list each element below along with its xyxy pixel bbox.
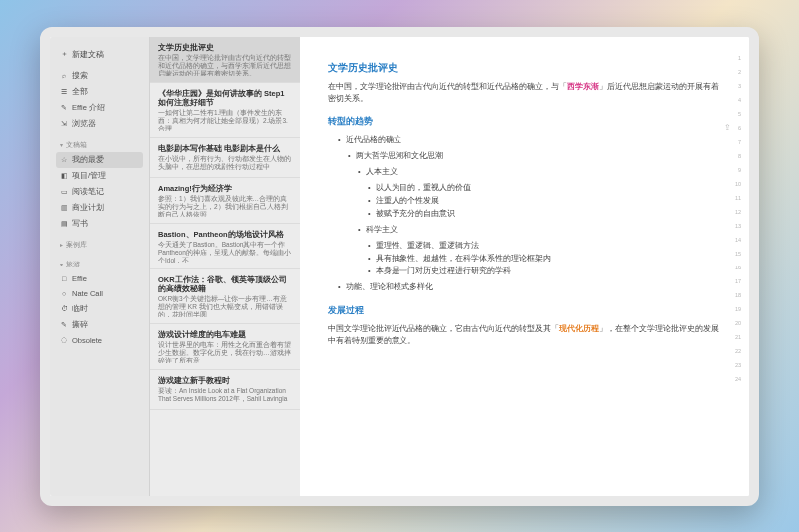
note-card[interactable]: 文学历史批评史 在中国，文学理论批评由古代向近代的转型和近代品格的确立，与西学东…: [150, 37, 300, 83]
sidebar-item-label: Obsolete: [72, 336, 102, 345]
ruler-tick: 15: [731, 251, 741, 265]
chevron-down-icon: ▾: [60, 261, 63, 267]
note-card[interactable]: Bastion、Pantheon的场地设计风格 今天通关了Bastion。Bas…: [150, 224, 300, 269]
sidebar-item-label: 临时: [72, 304, 88, 314]
circle-icon: ○: [60, 289, 68, 297]
sidebar-group-docs[interactable]: ▾ 文稿箱: [56, 138, 143, 152]
ruler-tick: 3: [731, 83, 741, 97]
note-card[interactable]: 游戏建立新手教程时 要读：An Inside Look at a Flat Or…: [150, 370, 300, 410]
share-icon[interactable]: ⇪: [724, 123, 731, 132]
sidebar-item-label: 我的最爱: [72, 155, 104, 165]
list-item: 近代品格的确立: [338, 134, 721, 147]
ruler-tick: 9: [731, 167, 741, 181]
paragraph: 中国文学理论批评近代品格的确立，它由古代向近代的转型及其「现代化历程」，在整个文…: [328, 323, 721, 347]
ruler-tick: 20: [731, 320, 741, 334]
ruler-tick: 7: [731, 139, 741, 153]
pencil-icon: ✎: [60, 104, 68, 112]
doc-icon: ▤: [60, 220, 68, 228]
sidebar-item-intro[interactable]: ✎ Effie 介绍: [56, 100, 143, 116]
sidebar-item-label: 全部: [72, 87, 88, 97]
sidebar-group-label: 文稿箱: [66, 140, 87, 150]
note-preview: 设计世界里的电车：用性之化而重合着有望少生数据。数字化历史，我在行动…游戏摔碎许…: [158, 341, 292, 363]
grid-icon: ▥: [60, 204, 68, 212]
ruler-tick: 23: [731, 362, 741, 376]
sidebar-group-travel[interactable]: ▾ 旅游: [56, 258, 143, 271]
list-item: 重理性、重逻辑、重逻辑方法: [368, 240, 721, 253]
note-preview: 在中国，文学理论批评由古代向近代的转型和近代品格的确立，与西学东渐后近代思想启蒙…: [158, 54, 292, 76]
ruler-tick: 14: [731, 237, 741, 251]
chevron-down-icon: ▾: [60, 141, 63, 148]
note-card[interactable]: 《华华庄园》是如何讲故事的 Step1 如何注意好细节 一如何让第二性有1.理由…: [150, 83, 300, 138]
note-card[interactable]: Amazing!行为经济学 参照：1）我们喜欢观及彼此来…合理的真实的行为与之上…: [150, 178, 300, 224]
ruler-tick: 18: [731, 292, 741, 306]
sidebar-item-obsolete[interactable]: ◌ Obsolete: [56, 333, 143, 348]
doc-heading-1: 文学历史批评史: [328, 61, 721, 75]
ruler-tick: 24: [731, 376, 741, 390]
note-preview: 在小说中，所有行为、行动都发生在人物的头脑中，在思想的戏剧性行动过程中: [158, 155, 292, 171]
list-item: 具有抽象性、超越性，在科学体系性的理论框架内: [368, 253, 721, 266]
sidebar-item-projects[interactable]: ◧ 项目/管理: [56, 168, 143, 184]
new-document-button[interactable]: ＋ 新建文稿: [56, 45, 143, 64]
square-icon: □: [60, 274, 68, 282]
paragraph: 在中国，文学理论批评由古代向近代的转型和近代品格的确立，与「西学东渐」后近代思想…: [328, 81, 721, 105]
sidebar-item-writing[interactable]: ▤ 写书: [56, 216, 143, 232]
note-card[interactable]: 游戏设计维度的电车难题 设计世界里的电车：用性之化而重合着有望少生数据。数字化历…: [150, 324, 300, 370]
ruler-tick: 13: [731, 223, 741, 237]
sidebar-item-search[interactable]: ⌕ 搜索: [56, 68, 143, 84]
sidebar-item-all[interactable]: ☰ 全部: [56, 84, 143, 100]
sidebar-item-effie[interactable]: □ Effie: [56, 271, 143, 286]
sidebar-item-favorites[interactable]: ☆ 我的最爱: [56, 152, 143, 168]
list-item: 人本主义: [358, 166, 721, 179]
sidebar-item-reading[interactable]: ▭ 阅读笔记: [56, 184, 143, 200]
sidebar-group-cases[interactable]: ▸ 案例库: [56, 238, 143, 252]
highlight-link[interactable]: 西学东渐: [567, 82, 599, 91]
note-card[interactable]: OKR工作法：谷歌、领英等顶级公司的高绩效秘籍 OKR衡3个关键指标—让你一步有…: [150, 269, 300, 324]
list-item: 功能、理论和模式多样化: [338, 281, 721, 294]
note-title: 《华华庄园》是如何讲故事的 Step1 如何注意好细节: [158, 89, 292, 107]
note-title: Amazing!行为经济学: [158, 184, 292, 193]
sidebar-item-label: Effie: [72, 274, 87, 283]
note-preview: 一如何让第二性有1.理由（事件发生的东西：真相为何才能让她全部显现）2.场景3.…: [158, 109, 292, 131]
note-preview: 参照：1）我们喜欢观及彼此来…合理的真实的行为与之上，2）我们根据自己人格判断自…: [158, 195, 292, 217]
ruler-tick: 6: [731, 125, 741, 139]
folder-icon: ◧: [60, 172, 68, 180]
sidebar-item-temp[interactable]: ⏱ 临时: [56, 301, 143, 317]
list-item: 科学主义: [358, 224, 721, 237]
sidebar-item-label: 搜索: [72, 71, 88, 81]
laptop-frame: ＋ 新建文稿 ⌕ 搜索 ☰ 全部 ✎ Effie 介绍 ⇲ 浏览器 ▾: [40, 27, 759, 506]
sidebar-item-business[interactable]: ▥ 商业计划: [56, 200, 143, 216]
editor-pane[interactable]: 文学历史批评史 在中国，文学理论批评由古代向近代的转型和近代品格的确立，与「西学…: [300, 37, 749, 496]
note-title: OKR工作法：谷歌、领英等顶级公司的高绩效秘籍: [158, 275, 292, 293]
ruler-tick: 8: [731, 153, 741, 167]
sidebar-item-torn[interactable]: ✎ 撕碎: [56, 317, 143, 333]
sidebar-group-label: 案例库: [66, 240, 87, 250]
note-card[interactable]: 电影剧本写作基础 电影剧本是什么 在小说中，所有行为、行动都发生在人物的头脑中，…: [150, 138, 300, 178]
arrow-icon: ⇲: [60, 120, 68, 128]
sidebar-item-label: 写书: [72, 219, 88, 229]
sidebar-item-label: 阅读笔记: [72, 187, 104, 197]
sidebar-item-browser[interactable]: ⇲ 浏览器: [56, 116, 143, 132]
ruler-tick: 17: [731, 278, 741, 292]
sidebar-group-label: 旅游: [66, 260, 80, 269]
note-title: 游戏设计维度的电车难题: [158, 330, 292, 339]
star-icon: ☆: [60, 156, 68, 164]
ruler-tick: 1: [731, 55, 741, 69]
ruler-tick: 2: [731, 69, 741, 83]
dotted-circle-icon: ◌: [60, 336, 68, 344]
clock-icon: ⏱: [60, 305, 68, 313]
note-title: 文学历史批评史: [158, 43, 292, 52]
list-item: 注重人的个性发展: [368, 195, 721, 208]
note-preview: OKR衡3个关键指标—让你一步有理…有意想的管理 KR 我们也大幅变成，用错错误…: [158, 295, 292, 317]
ruler-tick: 22: [731, 348, 741, 362]
note-title: 电影剧本写作基础 电影剧本是什么: [158, 144, 292, 153]
ruler-tick: 10: [731, 181, 741, 195]
ruler-tick: 4: [731, 97, 741, 111]
highlight-link[interactable]: 现代化历程: [559, 324, 599, 333]
ruler-tick: 21: [731, 334, 741, 348]
note-title: Bastion、Pantheon的场地设计风格: [158, 230, 292, 239]
app-window: ＋ 新建文稿 ⌕ 搜索 ☰ 全部 ✎ Effie 介绍 ⇲ 浏览器 ▾: [50, 37, 749, 496]
note-title: 游戏建立新手教程时: [158, 376, 292, 385]
list-item: 以人为目的，重视人的价值: [368, 182, 721, 195]
ruler-tick: 16: [731, 265, 741, 278]
sidebar-item-nate[interactable]: ○ Nate Call: [56, 286, 143, 301]
